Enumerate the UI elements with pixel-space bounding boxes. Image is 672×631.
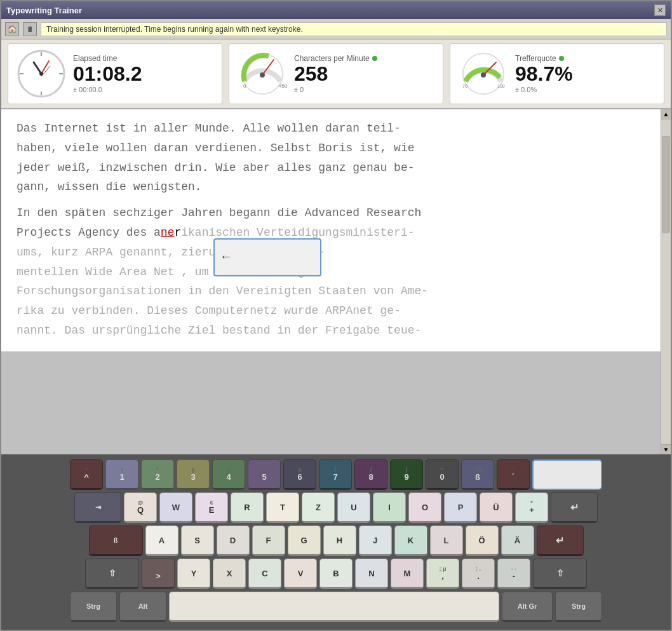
key-ue[interactable]: Ü [480, 492, 513, 523]
key-enter[interactable]: ↵ [551, 492, 598, 523]
key-n[interactable]: N [355, 559, 388, 589]
key-enter-2[interactable]: ↵ [537, 526, 584, 556]
scroll-up-button[interactable]: ▲ [661, 109, 671, 119]
key-p[interactable]: P [444, 492, 477, 523]
key-m[interactable]: M [391, 559, 424, 589]
key-space[interactable] [169, 592, 499, 622]
key-plus[interactable]: *+ [515, 492, 548, 523]
key-t[interactable]: T [266, 492, 299, 523]
key-backspace[interactable]: ← [532, 459, 602, 490]
key-caps[interactable]: ß [89, 526, 143, 556]
key-2[interactable]: "2 [141, 459, 174, 490]
key-0[interactable]: =0 [426, 459, 459, 490]
key-oe[interactable]: Ö [466, 526, 499, 556]
key-ctrl-right[interactable]: Strg [555, 592, 602, 622]
svg-point-8 [39, 72, 43, 76]
pause-button[interactable]: ⏸ [23, 22, 37, 36]
key-y[interactable]: Y [177, 559, 210, 589]
key-g[interactable]: G [288, 526, 321, 556]
key-h[interactable]: H [323, 526, 356, 556]
text-line-10: rika zu verbinden. Dieses Computernetz w… [17, 302, 654, 320]
cpm-gauge: 0 450 [237, 48, 288, 99]
key-s[interactable]: S [181, 526, 214, 556]
key-tab[interactable]: ⇥ [74, 492, 121, 523]
scrollbar[interactable]: ▲ ▼ [661, 109, 671, 454]
svg-text:70: 70 [462, 84, 467, 88]
key-w[interactable]: W [159, 492, 192, 523]
key-d[interactable]: D [217, 526, 250, 556]
close-button[interactable]: ✕ [654, 4, 666, 16]
key-e[interactable]: €E [195, 492, 228, 523]
key-4[interactable]: $4 [212, 459, 245, 490]
key-a[interactable]: A [145, 526, 178, 556]
key-o[interactable]: O [408, 492, 441, 523]
text-line-3: jeder weiß, inzwischen drin. Wie aber al… [17, 159, 654, 177]
text-line-1: Das Internet ist in aller Munde. Alle wo… [17, 119, 654, 138]
cpm-dot [372, 56, 377, 61]
key-angle-bracket[interactable]: |> [142, 559, 175, 589]
key-comma[interactable]: ; μ, [426, 559, 459, 589]
accuracy-label: Trefferquote [515, 54, 573, 63]
key-ae[interactable]: Ä [501, 526, 534, 556]
text-area[interactable]: Das Internet ist in aller Munde. Alle wo… [1, 109, 671, 351]
home-button[interactable]: 🏠 [5, 22, 19, 36]
key-u[interactable]: U [337, 492, 370, 523]
key-altgr[interactable]: Alt Gr [502, 592, 553, 622]
elapsed-time-box: Elapsed time 01:08.2 ± 00:00.0 [8, 43, 222, 104]
key-8[interactable]: (8 [354, 459, 387, 490]
svg-text:450: 450 [279, 83, 288, 89]
key-period[interactable]: : .. [462, 559, 495, 589]
zxcv-row: ⇧ |> Y X C V B N M ; μ, : .. - -- ⇧ [6, 559, 666, 589]
accuracy-value: 98.7% [515, 63, 573, 85]
key-r[interactable]: R [231, 492, 264, 523]
scroll-down-button[interactable]: ▼ [661, 444, 671, 454]
key-q[interactable]: @Q [124, 492, 157, 523]
text-line-4: gann, wissen die wenigsten. [17, 178, 654, 196]
key-sz[interactable]: ? ß\ß [461, 459, 494, 490]
accuracy-box: 70 100 Trefferquote 98.7% ± 0.0% [450, 43, 664, 104]
svg-text:100: 100 [497, 84, 505, 88]
key-3[interactable]: §3 [177, 459, 210, 490]
key-acute[interactable]: `´ [497, 459, 530, 490]
accuracy-gauge: 70 100 [458, 48, 509, 99]
text-line-9: Forschungsorganisationen in den Vereinig… [17, 282, 654, 301]
cpm-sub: ± 0 [294, 86, 377, 93]
key-9[interactable]: )9 [390, 459, 423, 490]
stats-bar: Elapsed time 01:08.2 ± 00:00.0 0 450 [1, 39, 671, 109]
qwerty-row: ⇥ @Q W €E R T Z U I O P Ü *+ ↵ [6, 492, 666, 523]
keyboard: °^ !1 "2 §3 $4 %5 &6 /7 (8 )9 =0 ? ß\ß `… [1, 454, 671, 630]
key-v[interactable]: V [284, 559, 317, 589]
key-b[interactable]: B [319, 559, 353, 589]
text-line-8: mentellen Wide Area Net , um damit wicht… [17, 263, 654, 282]
key-caret[interactable]: °^ [70, 459, 103, 490]
scroll-thumb[interactable] [662, 136, 670, 233]
main-window: Typewriting Trainer ✕ 🏠 ⏸ Training sessi… [0, 0, 672, 631]
backspace-popup: ← [213, 238, 321, 276]
key-5[interactable]: %5 [248, 459, 281, 490]
key-ctrl-left[interactable]: Strg [70, 592, 117, 622]
key-f[interactable]: F [252, 526, 285, 556]
text-line-11: nannt. Das ursprüngliche Ziel bestand in… [17, 322, 654, 340]
text-line-2: haben, viele wollen daran verdienen. Sel… [17, 139, 654, 158]
key-shift-right[interactable]: ⇧ [533, 559, 587, 589]
key-1[interactable]: !1 [105, 459, 138, 490]
toolbar: 🏠 ⏸ Training session interrupted. Time b… [1, 19, 671, 39]
key-i[interactable]: I [373, 492, 406, 523]
window-title: Typewriting Trainer [6, 6, 82, 15]
text-content: Das Internet ist in aller Munde. Alle wo… [17, 119, 654, 340]
key-minus[interactable]: - -- [497, 559, 530, 589]
key-x[interactable]: X [213, 559, 246, 589]
key-z[interactable]: Z [302, 492, 335, 523]
title-bar: Typewriting Trainer ✕ [1, 1, 671, 19]
key-shift-left[interactable]: ⇧ [85, 559, 139, 589]
key-c[interactable]: C [248, 559, 281, 589]
key-7[interactable]: /7 [319, 459, 352, 490]
key-k[interactable]: K [394, 526, 427, 556]
key-j[interactable]: J [359, 526, 392, 556]
key-l[interactable]: L [430, 526, 463, 556]
key-6[interactable]: &6 [283, 459, 316, 490]
text-line-6: Projects Agency des anerikanischen Verte… [17, 224, 654, 242]
bottom-row: Strg Alt Alt Gr Strg [6, 592, 666, 622]
key-alt-left[interactable]: Alt [119, 592, 166, 622]
cpm-label: Characters per Minute [294, 54, 377, 63]
